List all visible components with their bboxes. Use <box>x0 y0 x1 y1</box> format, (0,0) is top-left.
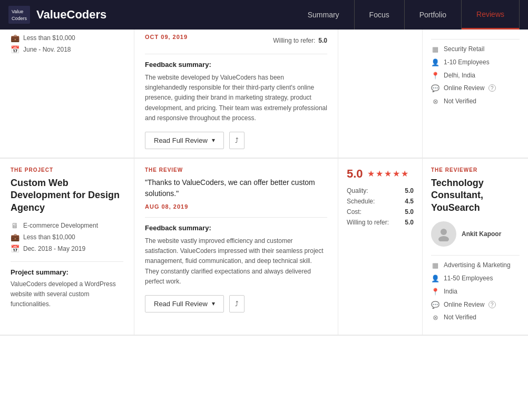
read-full-review-button-1[interactable]: Read Full Review ▾ <box>145 132 224 149</box>
score-val-willing: 5.0 <box>405 219 414 226</box>
score-val-schedule: 4.5 <box>405 198 414 205</box>
reviewer-employees-1: 👤 1-10 Employees <box>431 58 520 67</box>
chevron-down-icon-2: ▾ <box>212 300 215 307</box>
person-icon-2: 👤 <box>431 275 439 282</box>
review1-middle: OCT 09, 2019 Willing to refer: 5.0 Feedb… <box>134 30 338 158</box>
logo-text: ValueCoders <box>12 9 27 21</box>
willing-label: Willing to refer: <box>273 37 315 44</box>
briefcase-icon-2: 💼 <box>11 233 19 241</box>
avatar-2 <box>431 221 456 247</box>
main-content: 💼 Less than $10,000 📅 June - Nov. 2018 O… <box>0 30 528 336</box>
star-4: ★ <box>393 169 400 179</box>
middle-divider-2 <box>145 217 327 218</box>
reviewer-company-2: ▦ Advertising & Marketing <box>431 261 520 270</box>
reviewer-source-1: 💬 Online Review ? <box>431 84 520 93</box>
meta-date-2: 📅 Dec. 2018 - May 2019 <box>11 245 123 253</box>
meta-date-1: 📅 June - Nov. 2018 <box>11 45 123 54</box>
review2-left: THE PROJECT Custom Web Development for D… <box>0 159 134 335</box>
score-val-quality: 5.0 <box>405 187 414 194</box>
calendar-icon: 📅 <box>11 45 19 54</box>
briefcase-icon: 💼 <box>11 34 19 42</box>
feedback-label-1: Feedback summary: <box>145 61 327 69</box>
help-icon-2[interactable]: ? <box>488 301 496 308</box>
grid-icon-2: ▦ <box>431 261 439 269</box>
meta-budget-1: 💼 Less than $10,000 <box>11 34 123 42</box>
score-row-schedule: Schedule: 4.5 <box>347 198 414 205</box>
reviewer-person-2: Ankit Kapoor <box>462 230 501 238</box>
logo-box: ValueCoders <box>8 6 30 24</box>
header: ValueCoders ValueCoders Summary Focus Po… <box>0 0 528 30</box>
grid-icon: ▦ <box>431 45 439 53</box>
site-title: ValueCoders <box>36 8 293 22</box>
score-label-cost: Cost: <box>347 208 361 216</box>
review1-left: 💼 Less than $10,000 📅 June - Nov. 2018 <box>0 30 134 158</box>
location-icon: 📍 <box>431 72 439 80</box>
project-title-2: Custom Web Development for Design Agency <box>11 177 123 214</box>
read-full-review-button-2[interactable]: Read Full Review ▾ <box>145 295 224 312</box>
feedback-label-2: Feedback summary: <box>145 224 327 232</box>
reviewer-verified-1: ⊗ Not Verified <box>431 97 520 106</box>
chat-icon-2: 💬 <box>431 301 439 309</box>
tab-summary[interactable]: Summary <box>293 0 355 30</box>
score-row-quality: Quality: 5.0 <box>347 187 414 194</box>
reviewer-name-2: Technology Consultant, YouSearch <box>431 177 520 214</box>
share-icon-2: ⤴ <box>235 300 239 308</box>
chat-icon: 💬 <box>431 84 439 92</box>
person-svg <box>436 227 451 241</box>
tab-portfolio[interactable]: Portfolio <box>405 0 462 30</box>
reviewer-label-2: THE REVIEWER <box>431 167 520 173</box>
review2-scores: 5.0 ★ ★ ★ ★ ★ Quality: 5.0 Schedule: 4.5… <box>338 159 423 335</box>
score-row-cost: Cost: 5.0 <box>347 208 414 216</box>
review-card-1-partial: 💼 Less than $10,000 📅 June - Nov. 2018 O… <box>0 30 528 159</box>
share-button-1[interactable]: ⤴ <box>229 132 245 149</box>
review-date-2: AUG 08, 2019 <box>145 203 327 210</box>
left-divider-2 <box>11 261 123 262</box>
help-icon-1[interactable]: ? <box>488 84 496 92</box>
review-label-2: THE REVIEW <box>145 167 327 173</box>
meta-budget-2: 💼 Less than $10,000 <box>11 233 123 241</box>
reviewer-divider-1 <box>431 39 520 40</box>
reviewer-location-1: 📍 Delhi, India <box>431 71 520 80</box>
project-label-2: THE PROJECT <box>11 167 123 173</box>
reviewer-verified-2: ⊗ Not Verified <box>431 313 520 322</box>
stars-2: ★ ★ ★ ★ ★ <box>367 169 408 179</box>
score-label-quality: Quality: <box>347 187 368 194</box>
read-review-row-1: Read Full Review ▾ ⤴ <box>145 132 327 149</box>
star-2: ★ <box>376 169 383 179</box>
project-summary-text-2: ValueCoders developed a WordPress websit… <box>11 279 123 310</box>
share-button-2[interactable]: ⤴ <box>229 295 245 312</box>
calendar-icon-2: 📅 <box>11 245 19 253</box>
willing-score: 5.0 <box>318 37 327 44</box>
reviewer-divider-2 <box>431 255 520 256</box>
project-meta-2: 🖥 E-commerce Development 💼 Less than $10… <box>11 221 123 253</box>
score-big-2: 5.0 <box>347 167 363 181</box>
tab-focus[interactable]: Focus <box>355 0 405 30</box>
share-icon: ⤴ <box>235 136 239 144</box>
score-row-willing: Willing to refer: 5.0 <box>347 219 414 226</box>
review1-scores <box>338 30 423 158</box>
monitor-icon: 🖥 <box>11 221 19 230</box>
person-icon: 👤 <box>431 58 439 66</box>
reviewer-avatar-row-2: Ankit Kapoor <box>431 221 520 247</box>
divider <box>145 54 327 54</box>
nav-tabs: Summary Focus Portfolio Reviews <box>293 0 520 30</box>
chevron-down-icon: ▾ <box>212 136 215 144</box>
location-icon-2: 📍 <box>431 288 439 296</box>
tab-reviews[interactable]: Reviews <box>462 0 520 30</box>
review2-middle: THE REVIEW "Thanks to ValueCoders, we ca… <box>134 159 338 335</box>
score-main-2: 5.0 ★ ★ ★ ★ ★ <box>347 167 414 181</box>
review2-right: THE REVIEWER Technology Consultant, YouS… <box>423 159 528 335</box>
review-quote-2: "Thanks to ValueCoders, we can offer bet… <box>145 177 327 199</box>
reviewer-location-2: 📍 India <box>431 287 520 296</box>
not-verified-icon-2: ⊗ <box>431 314 439 321</box>
read-review-row-2: Read Full Review ▾ ⤴ <box>145 295 327 312</box>
score-label-schedule: Schedule: <box>347 198 375 205</box>
project-summary-label-2: Project summary: <box>11 268 123 276</box>
reviewer-source-2: 💬 Online Review ? <box>431 300 520 309</box>
score-val-cost: 5.0 <box>405 208 414 216</box>
review1-meta: 💼 Less than $10,000 📅 June - Nov. 2018 <box>11 34 123 54</box>
review1-date: OCT 09, 2019 <box>145 34 188 40</box>
feedback-text-2: The website vastly improved efficiency a… <box>145 236 327 287</box>
svg-point-1 <box>438 236 449 241</box>
star-3: ★ <box>384 169 392 179</box>
